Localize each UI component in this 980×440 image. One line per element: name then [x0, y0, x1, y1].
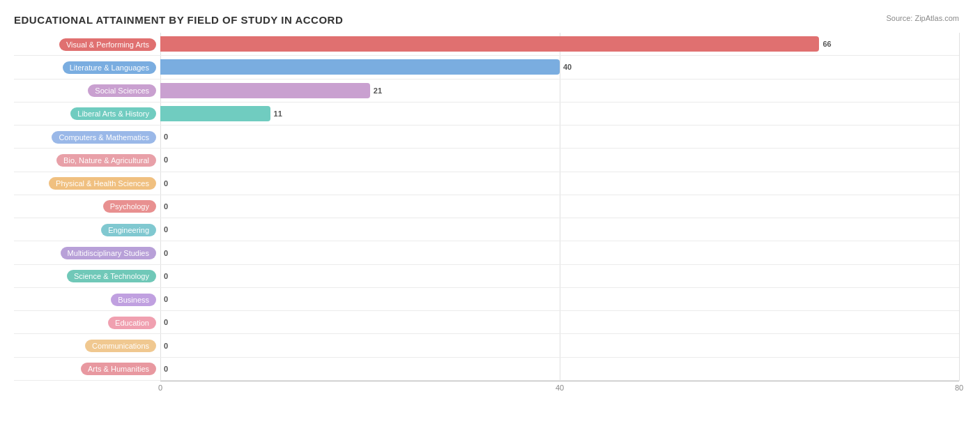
bar-row: Liberal Arts & History11	[14, 103, 959, 126]
x-axis: 04080	[160, 381, 959, 396]
bar-label: Science & Technology	[67, 270, 156, 282]
bar-label: Arts & Humanities	[81, 363, 156, 375]
chart-title: EDUCATIONAL ATTAINMENT BY FIELD OF STUDY…	[14, 14, 959, 26]
bar-row: Computers & Mathematics0	[14, 126, 959, 149]
bar-value: 0	[164, 365, 168, 373]
x-axis-tick: 80	[955, 381, 963, 392]
bar-row: Bio, Nature & Agricultural0	[14, 149, 959, 172]
bar-fill	[160, 106, 270, 121]
bar-row: Engineering0	[14, 218, 959, 241]
bar-label: Engineering	[101, 224, 156, 236]
bar-label: Social Sciences	[88, 84, 156, 97]
bar-row: Business0	[14, 288, 959, 311]
bar-label: Literature & Languages	[63, 61, 156, 74]
bar-label: Psychology	[103, 200, 156, 213]
bar-value: 0	[164, 272, 168, 280]
bar-row: Science & Technology0	[14, 265, 959, 288]
bar-label: Bio, Nature & Agricultural	[56, 154, 156, 167]
bar-value: 0	[164, 295, 168, 303]
x-axis-tick: 0	[158, 381, 162, 392]
bar-value: 0	[164, 155, 168, 164]
bar-row: Communications0	[14, 334, 959, 357]
bar-fill	[160, 83, 370, 98]
bar-value: 66	[822, 40, 831, 48]
source-text: Source: ZipAtlas.com	[886, 14, 959, 22]
bar-label: Physical & Health Sciences	[49, 177, 156, 190]
bar-label: Computers & Mathematics	[52, 131, 156, 144]
bar-row: Psychology0	[14, 195, 959, 218]
x-axis-tick: 40	[556, 381, 564, 392]
bar-label: Liberal Arts & History	[70, 107, 156, 120]
bar-fill	[160, 36, 819, 52]
bar-row: Social Sciences21	[14, 79, 959, 103]
bar-value: 0	[164, 202, 168, 211]
bar-label: Education	[108, 317, 156, 329]
chart-container: EDUCATIONAL ATTAINMENT BY FIELD OF STUDY…	[0, 0, 980, 440]
bar-value: 0	[164, 249, 168, 257]
bar-label: Visual & Performing Arts	[59, 38, 156, 51]
bar-row: Arts & Humanities0	[14, 358, 959, 381]
bar-fill	[160, 59, 560, 75]
bars-section: Visual & Performing Arts66Literature & L…	[14, 33, 959, 396]
bar-row: Education0	[14, 311, 959, 334]
bar-label: Communications	[85, 340, 156, 352]
bar-value: 0	[164, 342, 168, 350]
bar-row: Visual & Performing Arts66	[14, 33, 959, 56]
bar-value: 0	[164, 318, 168, 326]
bar-value: 0	[164, 179, 168, 188]
bar-value: 0	[164, 132, 168, 141]
bar-label: Multidisciplinary Studies	[61, 247, 156, 259]
bar-row: Multidisciplinary Studies0	[14, 241, 959, 264]
bar-value: 0	[164, 225, 168, 234]
bar-value: 11	[274, 109, 282, 118]
bar-row: Literature & Languages40	[14, 56, 959, 79]
bar-label: Business	[111, 294, 156, 306]
bar-value: 40	[563, 63, 572, 71]
bar-row: Physical & Health Sciences0	[14, 172, 959, 195]
chart-area: Visual & Performing Arts66Literature & L…	[14, 33, 959, 396]
bar-value: 21	[374, 86, 382, 95]
